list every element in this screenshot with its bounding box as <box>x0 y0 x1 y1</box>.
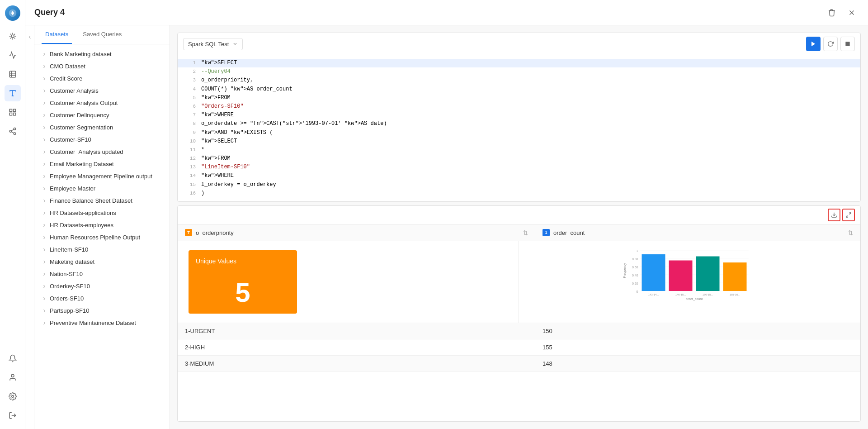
svg-rect-8 <box>9 109 12 111</box>
svg-text:146-15...: 146-15... <box>675 293 686 296</box>
run-button[interactable] <box>806 37 821 51</box>
svg-text:150-15...: 150-15... <box>703 293 713 296</box>
stop-button[interactable] <box>840 37 855 51</box>
sidebar-item[interactable]: Customer_Analysis updated <box>34 146 170 158</box>
nav-pipeline-button[interactable] <box>5 123 21 139</box>
sidebar: Datasets Saved Queries Bank Marketing da… <box>34 25 170 429</box>
editor-toolbar: Spark SQL Test <box>178 33 860 55</box>
col-label-ordercount: order_count <box>553 229 585 236</box>
sidebar-item[interactable]: Nation-SF10 <box>34 268 170 280</box>
expand-button[interactable] <box>842 209 855 221</box>
chevron-right-icon <box>42 272 47 277</box>
nav-user-button[interactable] <box>5 369 21 386</box>
delete-button[interactable] <box>825 5 839 20</box>
chevron-right-icon <box>42 186 47 191</box>
sidebar-list: Bank Marketing datasetCMO DatasetCredit … <box>34 44 170 429</box>
svg-text:0.60: 0.60 <box>632 266 638 269</box>
app-logo <box>5 5 20 21</box>
chevron-right-icon <box>42 174 47 179</box>
results-table-container: T o_orderpriority ⇅ 1 order_count <box>178 224 860 421</box>
content-area: Datasets Saved Queries Bank Marketing da… <box>25 25 868 429</box>
text-type-icon: T <box>185 229 192 236</box>
header: Query 4 <box>25 0 868 25</box>
svg-point-13 <box>9 130 12 133</box>
nav-home-button[interactable] <box>5 28 21 44</box>
nav-logout-button[interactable] <box>5 407 21 424</box>
code-line: 1 "kw">SELECT <box>178 59 860 67</box>
sidebar-item[interactable]: Human Resources Pipeline Output <box>34 231 170 243</box>
svg-point-17 <box>11 374 14 377</box>
icon-bar-bottom <box>5 350 21 424</box>
sidebar-item[interactable]: HR Datasets-applications <box>34 207 170 219</box>
chevron-right-icon <box>42 223 47 228</box>
svg-text:143-14...: 143-14... <box>648 293 659 296</box>
sidebar-item[interactable]: Bank Marketing dataset <box>34 48 170 60</box>
svg-rect-38 <box>642 254 665 291</box>
svg-text:0.20: 0.20 <box>632 282 638 285</box>
sidebar-item[interactable]: Employee Management Pipeline output <box>34 170 170 182</box>
nav-table-button[interactable] <box>5 66 21 82</box>
sidebar-item[interactable]: CMO Dataset <box>34 60 170 72</box>
svg-text:0.40: 0.40 <box>632 274 638 277</box>
nav-dashboard-button[interactable] <box>5 104 21 120</box>
sidebar-item[interactable]: Customer-SF10 <box>34 133 170 146</box>
chevron-right-icon <box>42 149 47 155</box>
chevron-right-icon <box>42 296 47 301</box>
chevron-right-icon <box>42 100 47 106</box>
chevron-right-icon <box>42 52 47 57</box>
nav-settings-button[interactable] <box>5 388 21 405</box>
code-line: 2 --Query04 <box>178 67 860 76</box>
sidebar-item[interactable]: Orderkey-SF10 <box>34 280 170 292</box>
sidebar-item[interactable]: Customer Segmentation <box>34 121 170 133</box>
refresh-button[interactable] <box>823 37 838 51</box>
chevron-right-icon <box>42 125 47 130</box>
col-label-orderpriority: o_orderpriority <box>196 229 234 236</box>
sidebar-toggle-button[interactable] <box>25 25 34 429</box>
sidebar-item[interactable]: LineItem-SF10 <box>34 243 170 256</box>
svg-point-12 <box>14 128 16 130</box>
svg-rect-23 <box>845 42 849 46</box>
chevron-right-icon <box>42 284 47 289</box>
results-panel: T o_orderpriority ⇅ 1 order_count <box>177 205 861 422</box>
svg-text:1: 1 <box>637 249 638 253</box>
nav-analytics-button[interactable] <box>5 47 21 63</box>
svg-line-16 <box>11 129 14 131</box>
sidebar-item[interactable]: Credit Score <box>34 72 170 85</box>
sidebar-item[interactable]: HR Datasets-employees <box>34 219 170 231</box>
svg-point-1 <box>11 35 14 38</box>
sidebar-item[interactable]: Finance Balance Sheet Dataset <box>34 195 170 207</box>
results-table: T o_orderpriority ⇅ 1 order_count <box>178 224 860 372</box>
svg-rect-44 <box>723 262 747 291</box>
sort-icon-ordercount[interactable]: ⇅ <box>848 229 853 236</box>
nav-notifications-button[interactable] <box>5 350 21 367</box>
download-button[interactable] <box>828 209 840 221</box>
code-line: 8 o_orderdate >= "fn">CAST("str">'1993-0… <box>178 119 860 128</box>
sidebar-item[interactable]: Email Marketing Dataset <box>34 158 170 170</box>
svg-text:order_count: order_count <box>686 297 703 301</box>
header-actions <box>825 5 859 20</box>
datasource-select[interactable]: Spark SQL Test <box>183 38 243 50</box>
editor-actions <box>806 37 855 51</box>
chevron-right-icon <box>42 64 47 69</box>
chevron-right-icon <box>42 308 47 314</box>
nav-query-button[interactable] <box>5 85 21 101</box>
code-line: 12 "kw">FROM <box>178 154 860 163</box>
sidebar-item[interactable]: Customer Analysis Output <box>34 97 170 109</box>
tab-datasets[interactable]: Datasets <box>42 25 72 44</box>
sidebar-item[interactable]: Maketing dataset <box>34 256 170 268</box>
code-line: 15 l_orderkey = o_orderkey <box>178 181 860 189</box>
sort-icon-orderpriority[interactable]: ⇅ <box>523 229 528 236</box>
datasource-label: Spark SQL Test <box>188 41 229 48</box>
sidebar-item[interactable]: Customer Delinquency <box>34 109 170 121</box>
sidebar-item[interactable]: Employee Master <box>34 182 170 195</box>
table-row: 2-HIGH155 <box>178 339 860 356</box>
sidebar-item[interactable]: Partsupp-SF10 <box>34 305 170 317</box>
close-button[interactable] <box>844 5 859 20</box>
page-title: Query 4 <box>34 8 65 17</box>
sidebar-item[interactable]: Preventive Maintainence Dataset <box>34 317 170 329</box>
tab-saved-queries[interactable]: Saved Queries <box>79 25 125 44</box>
chevron-right-icon <box>42 162 47 167</box>
sidebar-item[interactable]: Customer Analysis <box>34 85 170 97</box>
code-line: 11 * <box>178 146 860 154</box>
sidebar-item[interactable]: Orders-SF10 <box>34 292 170 305</box>
